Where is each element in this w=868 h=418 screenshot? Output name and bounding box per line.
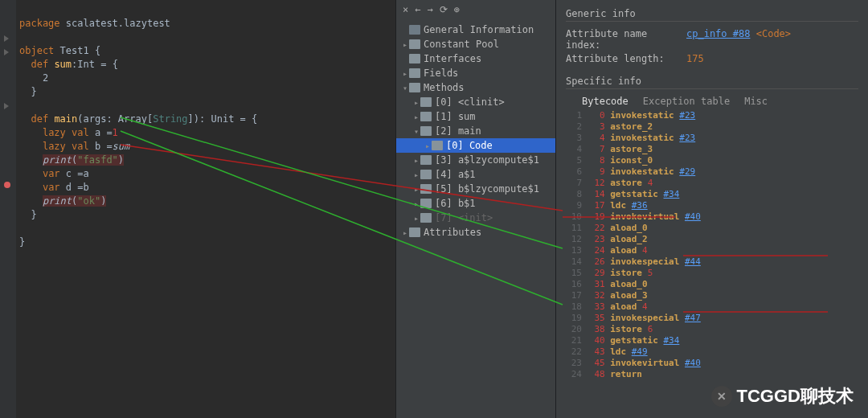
bytecode-row[interactable]: 11 22 aload_0 [566,223,858,234]
folder-icon [420,213,432,223]
pkg-keyword: package [19,18,60,29]
globe-icon[interactable]: ⊚ [454,4,460,15]
attr-name-index-row: Attribute name index: cp_info #88 <Code> [566,28,858,51]
bytecode-row[interactable]: 12 23 aload_2 [566,234,858,245]
folder-icon [420,170,432,179]
bytecode-row[interactable]: 8 14 getstatic #34 [566,189,858,200]
folder-icon [420,112,432,121]
fold-icon[interactable] [4,35,9,42]
watermark: ✕ TCGGD聊技术 [711,384,854,408]
code-editor[interactable]: package scalatest.lazytest object Test1 … [0,0,395,418]
folder-icon [409,68,420,78]
tree-constant-pool[interactable]: ▸Constant Pool [396,37,555,51]
bytecode-row[interactable]: 6 9 invokestatic #29 [566,166,858,178]
tree-fields[interactable]: ▸Fields [396,66,555,80]
bytecode-row[interactable]: 16 31 aload_0 [566,279,858,290]
refresh-icon[interactable]: ⟳ [440,4,448,15]
tree-method-b-lzy[interactable]: ▸[5] b$lzycompute$1 [396,182,555,196]
tree-attributes[interactable]: ▸Attributes [396,225,555,240]
structure-tree[interactable]: General Information ▸Constant Pool Inter… [396,19,555,243]
folder-icon [409,54,420,64]
bytecode-row[interactable]: 7 12 astore 4 [566,178,858,189]
wechat-icon: ✕ [711,386,732,407]
bytecode-row[interactable]: 13 24 aload 4 [566,245,858,256]
pkg-name: scalatest.lazytest [60,18,170,29]
specific-info-header: Specific info [566,76,858,89]
folder-icon [409,83,420,92]
bytecode-row[interactable]: 9 17 ldc #36 [566,200,858,211]
tree-methods[interactable]: ▾Methods [396,80,555,95]
bytecode-row[interactable]: 5 8 iconst_0 [566,155,858,166]
editor-gutter [0,0,16,418]
bytecode-row[interactable]: 2 3 astore_2 [566,121,858,133]
bytecode-listing[interactable]: 1 0 invokestatic #23 2 3 astore_23 4 inv… [566,110,858,380]
fold-icon[interactable] [4,103,9,109]
tree-method-a1[interactable]: ▸[4] a$1 [396,167,555,182]
bytecode-row[interactable]: 21 40 getstatic #34 [566,335,858,346]
folder-icon [409,39,420,49]
bytecode-row[interactable]: 17 32 aload_3 [566,290,858,301]
close-icon[interactable]: × [403,4,408,15]
folder-icon [420,126,432,136]
bytecode-row[interactable]: 3 4 invokestatic #23 [566,133,858,144]
tree-general-info[interactable]: General Information [396,23,555,37]
folder-icon [420,97,432,107]
tree-method-init[interactable]: ▸[7] <init> [396,211,555,225]
bytecode-row[interactable]: 14 26 invokespecial #44 [566,256,858,268]
fold-icon[interactable] [4,49,9,55]
tree-interfaces[interactable]: Interfaces [396,51,555,66]
tab-misc[interactable]: Misc [744,96,768,107]
tab-exception-table[interactable]: Exception table [643,96,730,107]
tree-method-a-lzy[interactable]: ▸[3] a$lzycompute$1 [396,153,555,167]
class-structure-panel: × ← → ⟳ ⊚ General Information ▸Constant … [395,0,556,418]
detail-tabs: Bytecode Exception table Misc [582,96,858,107]
bytecode-row[interactable]: 4 7 astore_3 [566,144,858,155]
folder-icon [420,184,432,194]
back-icon[interactable]: ← [415,4,420,15]
code-body[interactable]: package scalatest.lazytest object Test1 … [19,3,257,263]
bytecode-row[interactable]: 18 33 aload 4 [566,301,858,313]
generic-info-header: Generic info [566,8,858,22]
bytecode-row[interactable]: 1 0 invokestatic #23 [566,110,858,121]
tree-method-clinit[interactable]: ▸[0] <clinit> [396,95,555,109]
attr-length-row: Attribute length: 175 [566,53,858,64]
detail-panel: Generic info Attribute name index: cp_in… [556,0,868,418]
folder-icon [420,155,432,165]
bytecode-row[interactable]: 19 35 invokespecial #47 [566,313,858,324]
folder-icon [432,141,443,150]
tree-method-sum[interactable]: ▸[1] sum [396,109,555,124]
tree-method-code[interactable]: ▸[0] Code [396,138,555,153]
folder-icon [409,227,420,237]
tree-method-main[interactable]: ▾[2] main [396,124,555,138]
panel-toolbar: × ← → ⟳ ⊚ [396,0,555,19]
breakpoint-icon[interactable] [4,182,10,188]
bytecode-row[interactable]: 10 19 invokevirtual #40 [566,211,858,223]
bytecode-row[interactable]: 20 38 istore 6 [566,324,858,335]
bytecode-row[interactable]: 23 45 invokevirtual #40 [566,358,858,369]
file-icon [409,25,420,35]
tree-method-b1[interactable]: ▸[6] b$1 [396,196,555,211]
tab-bytecode[interactable]: Bytecode [582,96,628,107]
forward-icon[interactable]: → [427,4,432,15]
bytecode-row[interactable]: 22 43 ldc #49 [566,346,858,358]
bytecode-row[interactable]: 15 29 istore 5 [566,268,858,279]
folder-icon [420,199,432,208]
bytecode-row[interactable]: 24 48 return [566,369,858,380]
